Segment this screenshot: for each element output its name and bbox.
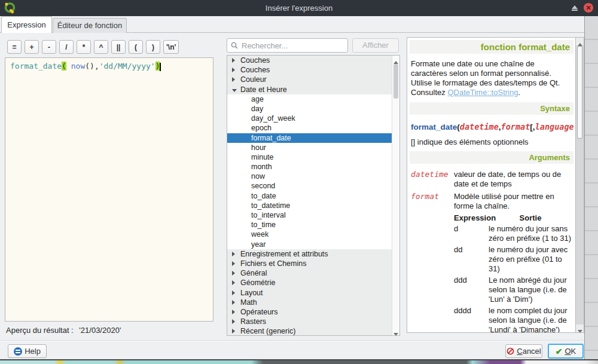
chevron-right-icon[interactable] xyxy=(232,307,238,317)
chevron-right-icon[interactable] xyxy=(232,268,238,278)
tree-item-to_interval[interactable]: to_interval xyxy=(227,210,392,220)
tree-item-couches[interactable]: Couches xyxy=(227,56,392,65)
tree-item-to_datetime[interactable]: to_datetime xyxy=(227,201,392,210)
expression-token: (), xyxy=(85,62,99,71)
ok-button[interactable]: ✔ OK xyxy=(548,344,584,359)
chevron-right-icon[interactable] xyxy=(232,326,238,336)
tree-item-couleur[interactable]: Couleur xyxy=(227,75,392,84)
tree-item-enregistrement-et-attributs[interactable]: Enregistrement et attributs xyxy=(227,249,392,259)
tree-item-math[interactable]: Math xyxy=(227,298,392,307)
syntax-heading: Syntaxe xyxy=(410,102,573,115)
tree-item-now[interactable]: now xyxy=(227,172,392,181)
tree-item-label: Rasters xyxy=(240,317,266,326)
tree-item-hour[interactable]: hour xyxy=(227,143,392,152)
chevron-right-icon[interactable] xyxy=(232,259,238,268)
syntax-token: datetime xyxy=(460,122,499,131)
tree-scrollbar-thumb[interactable] xyxy=(393,64,398,99)
tree-item-age[interactable]: age xyxy=(227,94,392,104)
chevron-down-icon[interactable] xyxy=(232,85,238,94)
arguments-heading: Arguments xyxy=(410,151,573,164)
cancel-button[interactable]: Cancel xyxy=(505,344,542,358)
tree-item-label: now xyxy=(251,172,265,181)
operator-button-multiply[interactable]: * xyxy=(77,40,91,54)
chevron-right-icon[interactable] xyxy=(232,298,238,307)
tree-item-label: Math xyxy=(240,298,257,307)
tree-item-label: to_time xyxy=(251,220,276,230)
expression-editor[interactable]: format_date( now(),'dd/MM/yyyy') xyxy=(5,57,213,322)
window-title: Insérer l'expression xyxy=(0,4,598,13)
function-help-panel: fonction format_date Formate une date ou… xyxy=(407,37,584,333)
close-icon[interactable]: ✕ xyxy=(584,3,593,13)
operator-button-open-paren[interactable]: ( xyxy=(129,40,143,54)
help-button[interactable]: Help xyxy=(8,344,47,358)
chevron-right-icon[interactable] xyxy=(232,65,238,75)
tree-item-epoch[interactable]: epoch xyxy=(227,123,392,133)
tree-item-op-rateurs[interactable]: Opérateurs xyxy=(227,307,392,317)
qdatetime-tostring-link[interactable]: QDateTime::toString xyxy=(447,88,518,97)
chevron-right-icon[interactable] xyxy=(232,317,238,326)
tree-item-to_time[interactable]: to_time xyxy=(227,220,392,230)
operator-button-minus[interactable]: - xyxy=(42,40,56,54)
operator-button-divide[interactable]: / xyxy=(59,40,74,54)
help-scrollbar-thumb[interactable] xyxy=(577,46,582,139)
help-description-text: . xyxy=(518,88,520,97)
search-input[interactable] xyxy=(242,41,337,50)
tree-scrollbar[interactable] xyxy=(392,56,399,335)
tree-item-date-et-heure[interactable]: Date et Heure xyxy=(227,85,392,94)
function-tree[interactable]: CouchesCouchesCouleurDate et Heureageday… xyxy=(227,55,400,336)
scroll-up-icon[interactable] xyxy=(392,56,399,63)
tree-item-label: Opérateurs xyxy=(240,307,278,317)
background-window-strip xyxy=(584,16,598,364)
expression-token: now xyxy=(71,62,85,71)
tree-item-day_of_week[interactable]: day_of_week xyxy=(227,114,392,123)
format-table-header-sortie: Sortie xyxy=(489,213,572,222)
operator-button-newline[interactable]: '\n' xyxy=(163,40,179,54)
operator-button-equals[interactable]: = xyxy=(7,40,22,54)
tree-item-label: day xyxy=(251,104,263,114)
tree-item-second[interactable]: second xyxy=(227,181,392,191)
tree-item-day[interactable]: day xyxy=(227,104,392,114)
help-icon xyxy=(14,347,22,356)
format-code: dddd xyxy=(454,306,489,332)
chevron-right-icon[interactable] xyxy=(232,249,238,259)
tree-item-label: epoch xyxy=(251,123,271,133)
scroll-up-icon[interactable] xyxy=(576,38,584,45)
chevron-right-icon[interactable] xyxy=(232,56,238,65)
keep-above-icon[interactable] xyxy=(572,5,578,9)
tree-item-month[interactable]: month xyxy=(227,162,392,172)
tree-item-g-n-ral[interactable]: Général xyxy=(227,268,392,278)
tree-item-rasters[interactable]: Rasters xyxy=(227,317,392,326)
tree-item-to_date[interactable]: to_date xyxy=(227,191,392,201)
syntax-signature: format_date(datetime,format[,language]) xyxy=(411,122,572,131)
scroll-down-icon[interactable] xyxy=(576,325,584,332)
tree-item-label: to_interval xyxy=(251,210,286,220)
operator-button-plus[interactable]: + xyxy=(25,40,39,54)
search-box[interactable] xyxy=(227,38,348,53)
operator-button-concat[interactable]: || xyxy=(111,40,126,54)
chevron-right-icon[interactable] xyxy=(232,75,238,84)
help-scrollbar[interactable] xyxy=(575,38,584,332)
tree-item-r-cent-generic[interactable]: Récent (generic) xyxy=(227,326,392,336)
show-help-button[interactable]: Afficher l'aide xyxy=(352,38,399,53)
tree-item-couches[interactable]: Couches xyxy=(227,65,392,75)
tree-item-year[interactable]: year xyxy=(227,240,392,249)
tree-item-label: year xyxy=(251,240,266,249)
tree-item-minute[interactable]: minute xyxy=(227,152,392,162)
chevron-right-icon[interactable] xyxy=(232,288,238,298)
tab-expression[interactable]: Expression xyxy=(1,16,52,33)
tree-item-layout[interactable]: Layout xyxy=(227,288,392,298)
tab-function-editor[interactable]: Éditeur de fonction xyxy=(53,18,127,33)
tree-item-g-om-trie[interactable]: Géométrie xyxy=(227,278,392,287)
operator-button-close-paren[interactable]: ) xyxy=(146,40,160,54)
chevron-right-icon[interactable] xyxy=(232,278,238,287)
tree-item-week[interactable]: week xyxy=(227,230,392,239)
function-help-content: fonction format_date Formate une date ou… xyxy=(410,40,573,332)
tree-item-label: Layout xyxy=(240,288,263,298)
titlebar[interactable]: Insérer l'expression ✕ xyxy=(0,0,598,16)
format-codes-table: ExpressionSortiedle numéro du jour sans … xyxy=(454,213,572,332)
tree-item-format_date[interactable]: format_date xyxy=(227,133,392,143)
tree-item-fichiers-et-chemins[interactable]: Fichiers et Chemins xyxy=(227,259,392,268)
operator-button-power[interactable]: ^ xyxy=(94,40,108,54)
expression-token: 'dd/MM/yyyy' xyxy=(99,62,155,71)
scroll-down-icon[interactable] xyxy=(392,328,399,335)
